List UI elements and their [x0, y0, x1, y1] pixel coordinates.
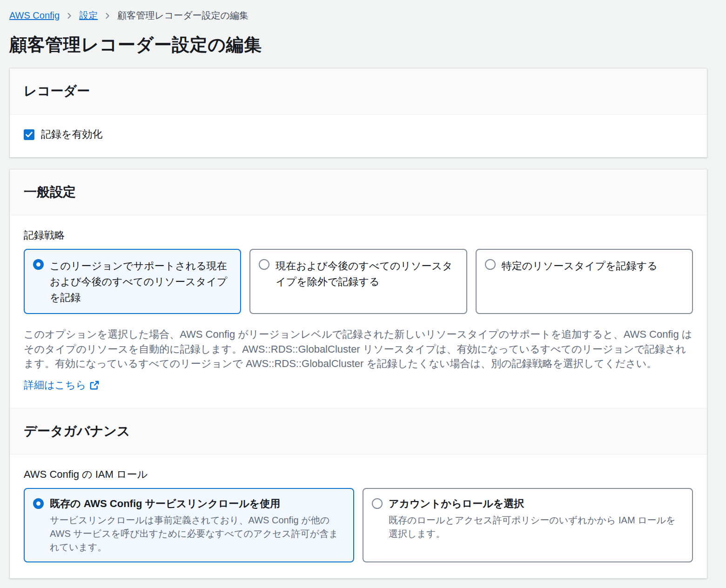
- breadcrumb-link-settings[interactable]: 設定: [79, 9, 98, 22]
- iam-tile-label: アカウントからロールを選択: [389, 497, 524, 511]
- radio-icon[interactable]: [33, 498, 44, 509]
- learn-more-link[interactable]: 詳細はこちら: [24, 378, 99, 392]
- breadcrumb: AWS Config 設定 顧客管理レコーダー設定の編集: [9, 7, 717, 22]
- iam-tile-choose-role-from-account[interactable]: アカウントからロールを選択 既存のロールとアクセス許可ポリシーのいずれかから I…: [363, 488, 693, 562]
- iam-tile-label: 既存の AWS Config サービスリンクロールを使用: [50, 497, 280, 511]
- strategy-tile-all-resource-types[interactable]: このリージョンでサポートされる現在および今後のすべてのリソースタイプを記録: [24, 249, 241, 314]
- strategy-tile-specific-resource-types[interactable]: 特定のリソースタイプを記録する: [476, 249, 693, 314]
- recorder-panel-title: レコーダー: [24, 82, 693, 100]
- recording-strategy-label: 記録戦略: [24, 228, 693, 242]
- strategy-tile-label: 特定のリソースタイプを記録する: [502, 258, 658, 274]
- recorder-panel: レコーダー 記録を有効化: [9, 68, 707, 158]
- radio-icon[interactable]: [485, 259, 496, 270]
- radio-icon[interactable]: [259, 259, 269, 270]
- recorder-panel-header: レコーダー: [10, 68, 707, 114]
- strategy-description: このオプションを選択した場合、AWS Config がリージョンレベルで記録され…: [24, 327, 693, 371]
- iam-tile-description: 既存のロールとアクセス許可ポリシーのいずれかから IAM ロールを選択します。: [389, 514, 684, 541]
- data-governance-title: データガバナンス: [24, 422, 693, 440]
- enable-recording-row[interactable]: 記録を有効化: [24, 127, 693, 141]
- enable-recording-label: 記録を有効化: [41, 127, 103, 141]
- strategy-tile-exclude-resource-types[interactable]: 現在および今後のすべてのリソースタイプを除外で記録する: [249, 249, 467, 314]
- strategy-tile-label: 現在および今後のすべてのリソースタイプを除外で記録する: [276, 258, 457, 290]
- chevron-right-icon: [66, 13, 73, 19]
- breadcrumb-current: 顧客管理レコーダー設定の編集: [117, 9, 249, 22]
- general-settings-panel: 一般設定 記録戦略 このリージョンでサポートされる現在および今後のすべてのリソー…: [9, 169, 707, 579]
- external-link-icon: [90, 381, 99, 390]
- data-governance-body: AWS Config の IAM ロール 既存の AWS Config サービス…: [10, 454, 707, 578]
- iam-role-label: AWS Config の IAM ロール: [24, 468, 693, 481]
- radio-icon[interactable]: [33, 259, 44, 270]
- general-settings-title: 一般設定: [24, 183, 693, 201]
- chevron-right-icon: [104, 13, 111, 19]
- general-settings-header: 一般設定: [10, 169, 707, 215]
- page: AWS Config 設定 顧客管理レコーダー設定の編集 顧客管理レコーダー設定…: [0, 0, 717, 588]
- page-title: 顧客管理レコーダー設定の編集: [9, 33, 717, 57]
- check-icon: [26, 132, 33, 138]
- radio-icon[interactable]: [372, 498, 383, 509]
- iam-tile-description: サービスリンクロールは事前定義されており、AWS Config が他の AWS …: [50, 514, 345, 554]
- learn-more-label: 詳細はこちら: [24, 378, 86, 392]
- breadcrumb-link-aws-config[interactable]: AWS Config: [9, 10, 60, 21]
- iam-role-tiles: 既存の AWS Config サービスリンクロールを使用 サービスリンクロールは…: [24, 488, 693, 562]
- recorder-panel-body: 記録を有効化: [10, 114, 707, 157]
- general-settings-body: 記録戦略 このリージョンでサポートされる現在および今後のすべてのリソースタイプを…: [10, 215, 707, 408]
- data-governance-header: データガバナンス: [10, 408, 707, 454]
- recording-strategy-tiles: このリージョンでサポートされる現在および今後のすべてのリソースタイプを記録 現在…: [24, 249, 693, 314]
- enable-recording-checkbox[interactable]: [24, 129, 34, 140]
- iam-tile-service-linked-role[interactable]: 既存の AWS Config サービスリンクロールを使用 サービスリンクロールは…: [24, 488, 354, 562]
- strategy-tile-label: このリージョンでサポートされる現在および今後のすべてのリソースタイプを記録: [50, 258, 232, 306]
